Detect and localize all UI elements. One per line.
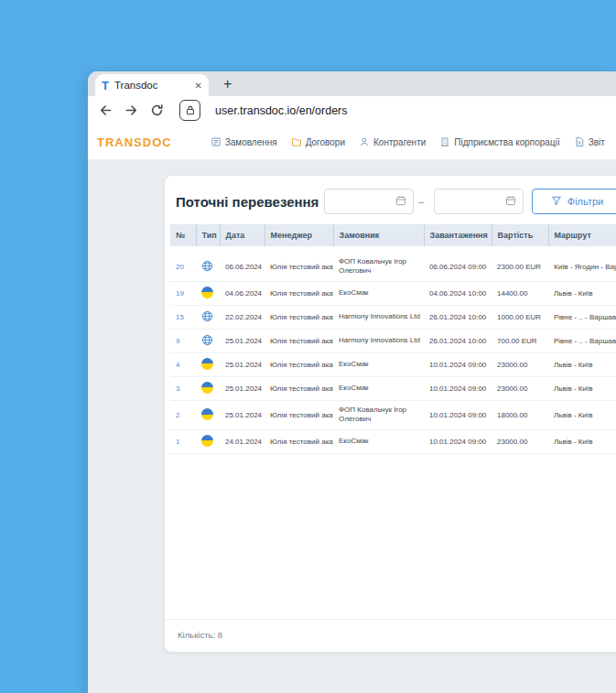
- nav-item-label: Підприємства корпорації: [454, 137, 559, 147]
- main-nav: Замовлення Договори Контрагенти Підприєм…: [211, 136, 616, 147]
- order-manager-cell: Юлія тестовий акаунт: [265, 400, 333, 429]
- order-number-cell: 2: [170, 400, 196, 429]
- site-info-lock-icon[interactable]: [179, 100, 200, 121]
- order-manager-cell: Юлія тестовий акаунт: [265, 281, 333, 305]
- order-type-cell: [196, 400, 220, 429]
- order-customer-cell: Harmony Innovations Ltd: [333, 329, 424, 352]
- order-customer-cell: ЕкоСмак: [333, 429, 424, 453]
- ukraine-flag-icon: [201, 382, 213, 394]
- order-loading-cell: 10.01.2024 09:00: [424, 352, 492, 376]
- column-header-loading: Завантаження: [424, 224, 492, 246]
- order-loading-cell: 04.06.2024 10:00: [424, 281, 492, 305]
- column-header-route: Маршрут: [548, 224, 616, 246]
- transdoc-logo[interactable]: TRANSDOC: [97, 135, 172, 149]
- order-route-cell: Київ - Ягодин - Варшава: [548, 253, 616, 281]
- order-type-cell: [196, 329, 220, 352]
- table-row[interactable]: 15 22.02.2024 Юлія тестовий акаунт Harmo…: [170, 305, 616, 329]
- order-number-cell: 3: [170, 376, 196, 400]
- order-type-cell: [196, 376, 220, 400]
- table-row[interactable]: 9 25.01.2024 Юлія тестовий акаунт Harmon…: [170, 329, 616, 352]
- order-date-cell: 24.01.2024: [220, 429, 265, 453]
- order-number-cell: 9: [170, 329, 196, 352]
- nav-item-enterprises[interactable]: Підприємства корпорації: [439, 136, 559, 147]
- order-date-cell: 25.01.2024: [220, 400, 265, 429]
- order-date-cell: 22.02.2024: [220, 305, 265, 329]
- order-manager-cell: Юлія тестовий акаунт: [265, 329, 333, 352]
- nav-item-report[interactable]: Звіт: [574, 136, 605, 147]
- order-type-cell: [196, 429, 220, 453]
- order-number-cell: 20: [170, 253, 196, 281]
- table-row[interactable]: 1 24.01.2024 Юлія тестовий акаунт ЕкоСма…: [170, 429, 616, 453]
- browser-tab[interactable]: T Transdoc ✕: [95, 74, 209, 96]
- table-header-row: № Тип Дата Менеджер Замовник Завантаженн…: [170, 224, 616, 246]
- column-header-manager: Менеджер: [265, 224, 333, 246]
- page-background: Поточні перевезення – Фільтри: [88, 160, 616, 693]
- browser-window: T Transdoc ✕ + user.transdoc.io/en/order…: [88, 71, 616, 693]
- order-type-cell: [196, 305, 220, 329]
- order-cost-cell: 23000.00: [492, 429, 548, 453]
- order-customer-cell: ЕкоСмак: [333, 352, 424, 376]
- ukraine-flag-icon: [201, 358, 213, 370]
- order-cost-cell: 14400.00: [492, 281, 548, 305]
- order-customer-cell: Harmony Innovations Ltd: [333, 305, 424, 329]
- order-number-cell: 19: [170, 281, 196, 305]
- nav-item-label: Договори: [306, 137, 345, 147]
- order-number-cell: 4: [170, 352, 196, 376]
- reload-icon[interactable]: [150, 103, 164, 117]
- order-date-cell: 25.01.2024: [220, 329, 265, 352]
- order-route-cell: Львів - Київ: [548, 376, 616, 400]
- order-customer-cell: ЕкоСмак: [333, 281, 424, 305]
- order-manager-cell: Юлія тестовий акаунт: [265, 352, 333, 376]
- order-number-cell: 15: [170, 305, 196, 329]
- order-route-cell: Львів - Київ: [548, 429, 616, 453]
- enterprises-icon: [439, 136, 450, 147]
- nav-item-contracts[interactable]: Договори: [291, 136, 345, 147]
- table-row[interactable]: 3 25.01.2024 Юлія тестовий акаунт ЕкоСма…: [170, 376, 616, 400]
- order-cost-cell: 18000.00: [492, 400, 548, 429]
- back-icon[interactable]: [99, 103, 113, 117]
- orders-card: Поточні перевезення – Фільтри: [165, 176, 616, 652]
- date-to-input[interactable]: [434, 189, 524, 214]
- column-header-cost: Вартість: [492, 224, 548, 246]
- date-from-input[interactable]: [324, 189, 414, 214]
- calendar-icon: [505, 193, 516, 210]
- orders-icon: [211, 136, 222, 147]
- forward-icon[interactable]: [124, 103, 138, 117]
- filters-button[interactable]: Фільтри: [532, 189, 616, 214]
- column-header-number: №: [170, 224, 196, 246]
- app-header: TRANSDOC Замовлення Договори Контрагенти: [88, 125, 616, 160]
- order-date-cell: 25.01.2024: [220, 376, 265, 400]
- order-loading-cell: 26.01.2024 10:00: [424, 329, 492, 352]
- nav-item-orders[interactable]: Замовлення: [211, 136, 277, 147]
- column-header-date: Дата: [220, 224, 265, 246]
- order-type-cell: [196, 281, 220, 305]
- table-row[interactable]: 4 25.01.2024 Юлія тестовий акаунт ЕкоСма…: [170, 352, 616, 376]
- order-type-cell: [196, 352, 220, 376]
- ukraine-flag-icon: [201, 287, 213, 298]
- table-row[interactable]: 19 04.06.2024 Юлія тестовий акаунт ЕкоСм…: [170, 281, 616, 305]
- new-tab-button[interactable]: +: [223, 77, 232, 92]
- table-row[interactable]: 2 25.01.2024 Юлія тестовий акаунт ФОП Ко…: [170, 400, 616, 429]
- table-row[interactable]: 20 06.06.2024 Юлія тестовий акаунт ФОП К…: [170, 253, 616, 281]
- report-icon: [574, 136, 585, 147]
- order-route-cell: Львів - Київ: [548, 352, 616, 376]
- order-number-cell: 1: [170, 429, 196, 453]
- filter-funnel-icon: [551, 195, 562, 208]
- url-text[interactable]: user.transdoc.io/en/orders: [215, 104, 348, 117]
- ukraine-flag-icon: [201, 435, 213, 447]
- page-title: Поточні перевезення: [176, 194, 319, 210]
- calendar-icon: [395, 193, 406, 210]
- tab-close-icon[interactable]: ✕: [195, 81, 202, 91]
- globe-icon: [201, 260, 213, 272]
- orders-footer: Кількість: 8: [165, 619, 616, 652]
- nav-item-counterparties[interactable]: Контрагенти: [359, 136, 426, 147]
- desktop: { "colors": { "background_blue": "#55aee…: [0, 0, 616, 693]
- order-date-cell: 25.01.2024: [220, 352, 265, 376]
- tab-title: Transdoc: [114, 80, 189, 91]
- order-cost-cell: 23000.00: [492, 376, 548, 400]
- column-header-customer: Замовник: [333, 224, 424, 246]
- order-manager-cell: Юлія тестовий акаунт: [265, 253, 333, 281]
- order-route-cell: Рівне - .. - Варшава: [548, 305, 616, 329]
- nav-item-label: Замовлення: [225, 137, 277, 147]
- order-manager-cell: Юлія тестовий акаунт: [265, 429, 333, 453]
